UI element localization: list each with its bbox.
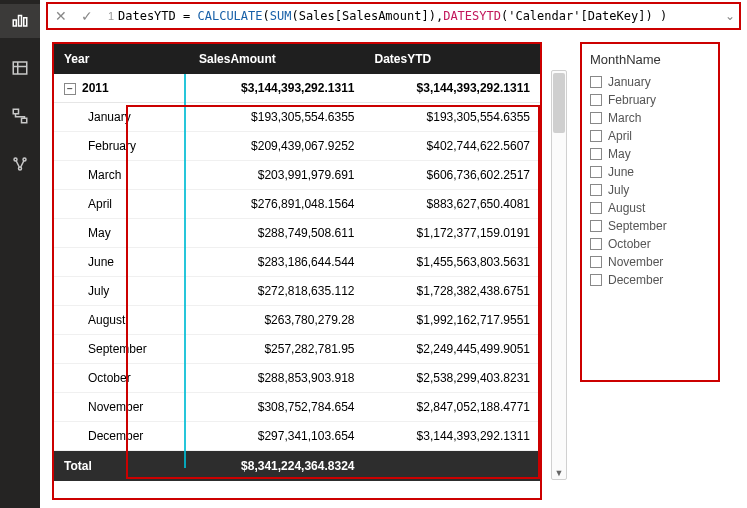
col-salesamount[interactable]: SalesAmount	[189, 44, 364, 74]
table-row[interactable]: June$283,186,644.544$1,455,563,803.5631	[54, 248, 540, 277]
svg-rect-0	[13, 20, 16, 26]
calc-view-button[interactable]	[0, 148, 40, 182]
ytd-cell: $402,744,622.5607	[365, 132, 541, 161]
table-row[interactable]: September$257,282,781.95$2,249,445,499.9…	[54, 335, 540, 364]
matrix-visual[interactable]: Year SalesAmount DatesYTD −2011 $3,144,3…	[52, 42, 542, 500]
slicer-item-label: September	[608, 219, 667, 233]
table-row[interactable]: May$288,749,508.611$1,172,377,159.0191	[54, 219, 540, 248]
month-cell: November	[54, 393, 189, 422]
checkbox-icon[interactable]	[590, 148, 602, 160]
col-year[interactable]: Year	[54, 44, 189, 74]
checkbox-icon[interactable]	[590, 202, 602, 214]
slicer-item[interactable]: April	[590, 127, 710, 145]
month-cell: June	[54, 248, 189, 277]
slicer-item-label: January	[608, 75, 651, 89]
month-slicer[interactable]: MonthName JanuaryFebruaryMarchAprilMayJu…	[580, 42, 720, 382]
sales-cell: $297,341,103.654	[189, 422, 364, 451]
sales-cell: $193,305,554.6355	[189, 103, 364, 132]
table-row[interactable]: August$263,780,279.28$1,992,162,717.9551	[54, 306, 540, 335]
report-view-button[interactable]	[0, 4, 40, 38]
slicer-item[interactable]: March	[590, 109, 710, 127]
table-row[interactable]: November$308,752,784.654$2,847,052,188.4…	[54, 393, 540, 422]
svg-point-8	[14, 158, 17, 161]
checkbox-icon[interactable]	[590, 130, 602, 142]
checkbox-icon[interactable]	[590, 76, 602, 88]
month-cell: May	[54, 219, 189, 248]
slicer-item[interactable]: July	[590, 181, 710, 199]
model-view-button[interactable]	[0, 100, 40, 134]
ytd-cell: $1,172,377,159.0191	[365, 219, 541, 248]
grand-total-row: Total $8,341,224,364.8324	[54, 451, 540, 482]
slicer-item[interactable]: February	[590, 91, 710, 109]
sales-cell: $263,780,279.28	[189, 306, 364, 335]
scroll-down-arrow[interactable]: ▼	[552, 466, 566, 480]
ytd-cell: $2,249,445,499.9051	[365, 335, 541, 364]
checkbox-icon[interactable]	[590, 166, 602, 178]
table-row[interactable]: January$193,305,554.6355$193,305,554.635…	[54, 103, 540, 132]
checkbox-icon[interactable]	[590, 256, 602, 268]
collapse-toggle[interactable]: −	[64, 83, 76, 95]
slicer-item[interactable]: November	[590, 253, 710, 271]
checkbox-icon[interactable]	[590, 184, 602, 196]
table-row[interactable]: July$272,818,635.112$1,728,382,438.6751	[54, 277, 540, 306]
commit-formula-button[interactable]: ✓	[74, 8, 100, 24]
total-label: Total	[54, 451, 189, 482]
formula-text[interactable]: DatesYTD = CALCULATE(SUM(Sales[SalesAmou…	[118, 9, 721, 23]
ytd-cell: $193,305,554.6355	[365, 103, 541, 132]
slicer-item-label: June	[608, 165, 634, 179]
scroll-area: ▲ ▼	[548, 42, 570, 500]
month-cell: September	[54, 335, 189, 364]
slicer-item-label: July	[608, 183, 629, 197]
slicer-item-label: March	[608, 111, 641, 125]
model-icon	[11, 107, 29, 128]
slicer-item-label: December	[608, 273, 663, 287]
sales-cell: $288,749,508.611	[189, 219, 364, 248]
slicer-item[interactable]: October	[590, 235, 710, 253]
slicer-item-label: November	[608, 255, 663, 269]
slicer-item[interactable]: September	[590, 217, 710, 235]
slicer-item[interactable]: August	[590, 199, 710, 217]
svg-rect-6	[13, 109, 18, 114]
sales-cell: $203,991,979.691	[189, 161, 364, 190]
checkbox-icon[interactable]	[590, 94, 602, 106]
check-icon: ✓	[81, 8, 93, 24]
checkbox-icon[interactable]	[590, 238, 602, 250]
slicer-item-label: August	[608, 201, 645, 215]
table-row[interactable]: February$209,439,067.9252$402,744,622.56…	[54, 132, 540, 161]
month-cell: July	[54, 277, 189, 306]
year-subtotal-row[interactable]: −2011 $3,144,393,292.1311 $3,144,393,292…	[54, 74, 540, 103]
checkbox-icon[interactable]	[590, 220, 602, 232]
data-view-button[interactable]	[0, 52, 40, 86]
scroll-thumb[interactable]	[553, 73, 565, 133]
sales-cell: $276,891,048.1564	[189, 190, 364, 219]
formula-line-number: 1	[100, 10, 118, 22]
formula-bar[interactable]: ✕ ✓ 1 DatesYTD = CALCULATE(SUM(Sales[Sal…	[46, 2, 741, 30]
vertical-scrollbar[interactable]: ▲ ▼	[551, 70, 567, 480]
slicer-item[interactable]: January	[590, 73, 710, 91]
sales-cell: $257,282,781.95	[189, 335, 364, 364]
slicer-item[interactable]: June	[590, 163, 710, 181]
month-cell: February	[54, 132, 189, 161]
month-cell: March	[54, 161, 189, 190]
cancel-formula-button[interactable]: ✕	[48, 8, 74, 24]
slicer-item[interactable]: December	[590, 271, 710, 289]
sales-cell: $288,853,903.918	[189, 364, 364, 393]
svg-rect-1	[19, 15, 22, 26]
col-datesytd[interactable]: DatesYTD	[365, 44, 541, 74]
checkbox-icon[interactable]	[590, 274, 602, 286]
ytd-cell: $1,728,382,438.6751	[365, 277, 541, 306]
year-ytd-value: $3,144,393,292.1311	[365, 74, 541, 103]
table-row[interactable]: March$203,991,979.691$606,736,602.2517	[54, 161, 540, 190]
table-row[interactable]: October$288,853,903.918$2,538,299,403.82…	[54, 364, 540, 393]
expand-formula-button[interactable]: ⌄	[721, 9, 739, 23]
month-cell: December	[54, 422, 189, 451]
table-row[interactable]: December$297,341,103.654$3,144,393,292.1…	[54, 422, 540, 451]
checkbox-icon[interactable]	[590, 112, 602, 124]
slicer-item[interactable]: May	[590, 145, 710, 163]
sales-cell: $209,439,067.9252	[189, 132, 364, 161]
ytd-cell: $1,992,162,717.9551	[365, 306, 541, 335]
ytd-cell: $2,538,299,403.8231	[365, 364, 541, 393]
network-icon	[11, 155, 29, 176]
table-row[interactable]: April$276,891,048.1564$883,627,650.4081	[54, 190, 540, 219]
year-label: 2011	[82, 81, 109, 95]
